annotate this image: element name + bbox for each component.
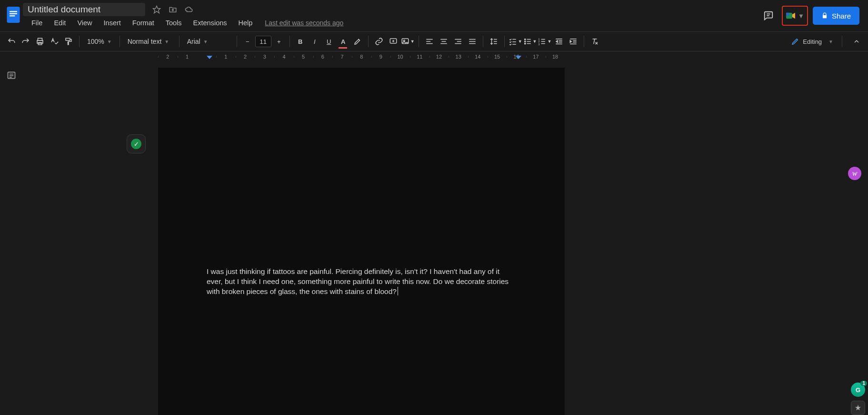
svg-point-35 (524, 39, 525, 40)
paint-format-button[interactable] (62, 35, 75, 48)
separator (842, 36, 842, 47)
bulleted-list-button[interactable]: ▼ (523, 35, 537, 48)
ruler[interactable]: 21123456789101112131415161718 (0, 51, 868, 62)
wordtune-icon[interactable]: w (848, 167, 861, 180)
outline-toggle-icon[interactable] (4, 68, 19, 83)
menu-edit[interactable]: Edit (50, 17, 70, 29)
separator (504, 36, 505, 47)
svg-rect-2 (10, 13, 17, 14)
undo-button[interactable] (5, 35, 18, 48)
separator (179, 36, 180, 47)
comment-history-icon[interactable] (760, 7, 777, 24)
editing-mode-button[interactable]: Editing ▼ (787, 34, 838, 49)
ruler-tick: 13 (449, 54, 468, 60)
decrease-indent-button[interactable] (552, 35, 566, 48)
text-cursor (398, 287, 398, 295)
share-label: Share (832, 12, 851, 20)
ruler-tick: 4 (274, 54, 294, 60)
toolbar: 100%▼ Normal text▼ Arial▼ − 11 + B I U A… (0, 31, 868, 51)
move-icon[interactable] (168, 5, 178, 14)
align-justify-button[interactable] (466, 35, 479, 48)
insert-comment-button[interactable] (387, 35, 400, 48)
spellcheck-button[interactable] (48, 35, 61, 48)
text-color-button[interactable]: A (337, 35, 350, 48)
font-dropdown[interactable]: Arial▼ (183, 35, 233, 48)
decrease-font-size-button[interactable]: − (241, 35, 254, 48)
align-right-button[interactable] (451, 35, 465, 48)
document-page[interactable]: I was just thinking if tattoos are painf… (158, 68, 565, 415)
docs-logo-icon[interactable] (4, 3, 23, 27)
meet-button[interactable]: ▼ (782, 6, 808, 26)
bottom-right-widgets: G 1 (851, 383, 865, 415)
menu-view[interactable]: View (73, 17, 96, 29)
print-button[interactable] (33, 35, 47, 48)
pencil-icon (791, 38, 799, 45)
share-button[interactable]: Share (813, 7, 859, 25)
left-indent-marker[interactable] (207, 56, 212, 59)
chevron-down-icon: ▼ (107, 39, 112, 44)
clear-formatting-button[interactable] (588, 35, 601, 48)
meet-icon (786, 11, 796, 20)
document-body-text[interactable]: I was just thinking if tattoos are painf… (207, 267, 516, 297)
chevron-down-icon: ▼ (410, 39, 415, 44)
separator (368, 36, 369, 47)
separator (289, 36, 290, 47)
align-center-button[interactable] (437, 35, 450, 48)
menu-help[interactable]: Help (235, 17, 257, 29)
title-area: File Edit View Insert Format Tools Exten… (23, 3, 343, 31)
menu-file[interactable]: File (28, 17, 46, 29)
grammarly-icon[interactable]: G 1 (851, 383, 865, 397)
ruler-tick: 8 (352, 54, 371, 60)
separator (419, 36, 419, 47)
insert-link-button[interactable] (372, 35, 386, 48)
right-widgets: w (848, 167, 861, 180)
svg-text:3: 3 (539, 43, 540, 46)
insert-image-button[interactable]: ▼ (401, 35, 415, 48)
font-size-input[interactable]: 11 (255, 36, 271, 47)
svg-marker-8 (792, 13, 795, 19)
increase-indent-button[interactable] (567, 35, 580, 48)
left-sidebar (0, 62, 23, 415)
hide-menus-button[interactable] (850, 35, 863, 48)
chevron-down-icon: ▼ (164, 39, 169, 44)
separator (483, 36, 483, 47)
spelling-ok-bubble[interactable]: ✓ (127, 134, 146, 153)
menu-format[interactable]: Format (129, 17, 158, 29)
right-indent-marker[interactable] (516, 56, 521, 59)
svg-rect-13 (66, 38, 70, 40)
star-icon[interactable] (152, 5, 161, 14)
italic-button[interactable]: I (308, 35, 321, 48)
style-dropdown[interactable]: Normal text▼ (124, 35, 175, 48)
bold-button[interactable]: B (294, 35, 307, 48)
numbered-list-button[interactable]: 123▼ (538, 35, 551, 48)
ruler-tick: 18 (546, 54, 565, 60)
workspace: I was just thinking if tattoos are painf… (0, 62, 868, 415)
menu-bar: File Edit View Insert Format Tools Exten… (23, 16, 343, 31)
chevron-down-icon: ▼ (518, 39, 522, 44)
line-spacing-button[interactable] (487, 35, 500, 48)
lock-icon (821, 12, 828, 19)
underline-button[interactable]: U (322, 35, 336, 48)
document-canvas[interactable]: I was just thinking if tattoos are painf… (23, 62, 868, 415)
ruler-tick: 3 (255, 54, 274, 60)
svg-rect-1 (10, 11, 17, 12)
checklist-button[interactable]: ▼ (509, 35, 522, 48)
grammarly-badge: 1 (860, 381, 867, 386)
align-left-button[interactable] (423, 35, 436, 48)
font-size-group: − 11 + (241, 35, 286, 48)
highlight-button[interactable] (351, 35, 364, 48)
increase-font-size-button[interactable]: + (272, 35, 286, 48)
menu-insert[interactable]: Insert (100, 17, 125, 29)
zoom-dropdown[interactable]: 100%▼ (83, 35, 116, 48)
cloud-status-icon[interactable] (184, 5, 194, 14)
menu-tools[interactable]: Tools (162, 17, 186, 29)
last-edit-link[interactable]: Last edit was seconds ago (265, 19, 343, 27)
menu-extensions[interactable]: Extensions (190, 17, 231, 29)
svg-point-36 (524, 41, 525, 42)
ruler-tick: 14 (468, 54, 488, 60)
redo-button[interactable] (19, 35, 32, 48)
ruler-tick: 17 (526, 54, 546, 60)
explore-button[interactable] (851, 401, 865, 415)
document-title-input[interactable] (23, 3, 145, 16)
ruler-tick: 2 (236, 54, 255, 60)
